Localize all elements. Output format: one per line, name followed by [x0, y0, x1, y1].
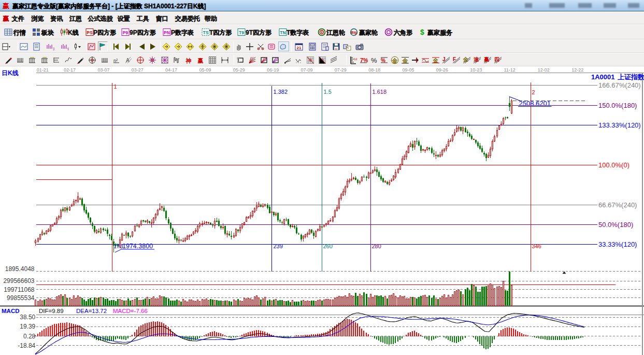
svg-text:速: 速: [474, 56, 479, 62]
svg-text:1.382: 1.382: [274, 89, 288, 95]
svg-text:99855534: 99855534: [7, 294, 35, 302]
svg-text:赢: 赢: [483, 56, 489, 62]
svg-text:3: 3: [53, 47, 54, 51]
svg-text:08-18: 08-18: [368, 67, 380, 73]
svg-text:2: 2: [532, 89, 535, 95]
svg-text:%: %: [381, 58, 385, 63]
svg-text:199711068: 199711068: [4, 286, 35, 293]
svg-text:04-17: 04-17: [165, 67, 177, 73]
svg-text:赢: 赢: [197, 58, 204, 64]
svg-text:06-19: 06-19: [267, 67, 279, 73]
svg-text:1: 1: [114, 83, 117, 90]
svg-text:1974.3800: 1974.3800: [122, 243, 153, 250]
svg-text:金: 金: [433, 58, 438, 63]
svg-text:1.5: 1.5: [324, 89, 332, 95]
svg-text:100.0%(0): 100.0%(0): [598, 161, 629, 169]
svg-text:346: 346: [532, 243, 541, 249]
svg-text:133.33%(120): 133.33%(120): [598, 121, 641, 129]
svg-text:12-02: 12-02: [538, 67, 550, 73]
svg-text:11-12: 11-12: [504, 67, 516, 73]
svg-text:03-27: 03-27: [132, 67, 144, 73]
svg-text:05-29: 05-29: [233, 67, 245, 73]
svg-text:F: F: [453, 56, 456, 62]
svg-text:金: 金: [463, 56, 468, 62]
svg-text:02-17: 02-17: [64, 67, 76, 73]
svg-text:05-09: 05-09: [199, 67, 211, 73]
svg-text:TN: TN: [280, 30, 285, 35]
svg-text:Big: Big: [351, 31, 356, 35]
svg-text:1.618: 1.618: [373, 89, 387, 95]
svg-text:PN: PN: [164, 30, 170, 35]
svg-text:07-09: 07-09: [300, 67, 312, 73]
svg-text:%: %: [371, 56, 377, 64]
svg-text:1A0001: 1A0001: [591, 73, 615, 81]
svg-text:239: 239: [274, 243, 283, 249]
svg-text:21: 21: [297, 46, 302, 50]
svg-text:DEA=13.72: DEA=13.72: [76, 308, 107, 314]
svg-text:01-21: 01-21: [37, 67, 49, 73]
svg-text:0.28: 0.28: [23, 333, 36, 340]
svg-text:A: A: [126, 58, 130, 63]
svg-text:四: 四: [494, 56, 499, 62]
svg-text:166.67%(240): 166.67%(240): [598, 81, 641, 89]
svg-text:7%: 7%: [360, 57, 368, 63]
svg-text:33.33%(120): 33.33%(120): [598, 240, 637, 248]
svg-text:MACD: MACD: [2, 308, 20, 314]
svg-text:T9: T9: [239, 30, 244, 35]
svg-text:-18.84: -18.84: [18, 342, 35, 349]
svg-text:10-23: 10-23: [470, 67, 482, 73]
svg-text:金: 金: [391, 57, 398, 63]
svg-text:2508.6201: 2508.6201: [519, 100, 551, 107]
svg-text:07-29: 07-29: [335, 67, 347, 73]
svg-text:上证指数: 上证指数: [618, 73, 644, 81]
svg-text:J: J: [442, 56, 446, 62]
svg-text:日K线: 日K线: [2, 69, 19, 77]
svg-text:299566603: 299566603: [3, 277, 34, 285]
svg-text:38.50: 38.50: [20, 314, 35, 321]
svg-text:260: 260: [323, 243, 333, 249]
svg-text:09-26: 09-26: [436, 67, 448, 73]
svg-text:03-07: 03-07: [97, 67, 109, 73]
svg-text:19.39: 19.39: [20, 323, 35, 330]
svg-text:66.67%(240): 66.67%(240): [598, 201, 637, 209]
svg-text:150.0%(180): 150.0%(180): [598, 102, 637, 109]
svg-text:TS: TS: [203, 30, 209, 35]
svg-text:MACD=-7.66: MACD=-7.66: [113, 308, 148, 314]
svg-text:P9: P9: [123, 30, 128, 35]
svg-text:$: $: [420, 28, 424, 36]
svg-text:123: 123: [354, 58, 357, 61]
svg-text:金: 金: [402, 57, 408, 63]
svg-text:PS: PS: [87, 30, 93, 35]
svg-text:12-22: 12-22: [571, 67, 583, 73]
svg-text:173: 173: [113, 243, 123, 249]
svg-text:09-05: 09-05: [403, 67, 414, 73]
svg-text:H: H: [335, 47, 337, 50]
svg-text:9: 9: [67, 47, 69, 51]
svg-text:50.0%(180): 50.0%(180): [598, 221, 633, 229]
svg-text:1895.4048: 1895.4048: [5, 265, 35, 273]
svg-text:280: 280: [372, 243, 381, 249]
svg-text:DIF=9.89: DIF=9.89: [39, 308, 64, 314]
svg-text:神: 神: [185, 58, 192, 64]
